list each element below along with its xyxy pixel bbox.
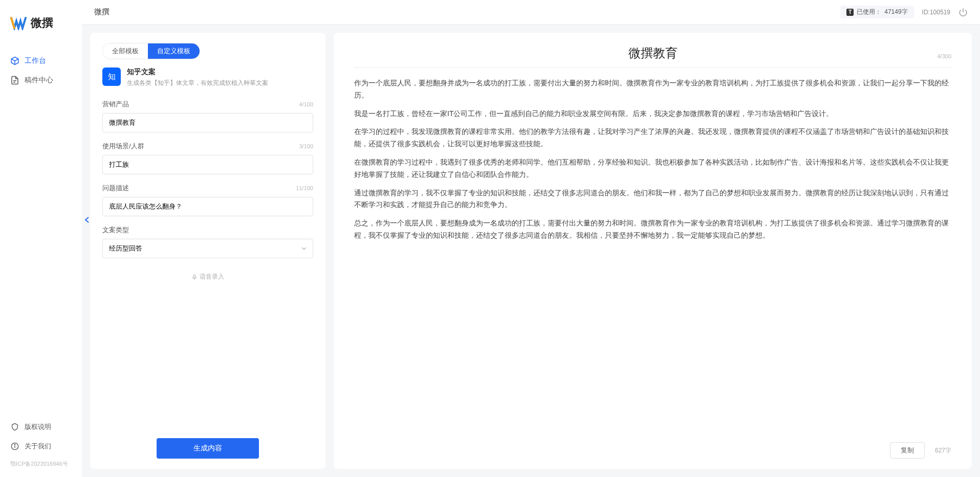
sidebar-nav: 工作台 稿件中心 xyxy=(0,41,82,412)
power-icon[interactable] xyxy=(959,8,968,17)
mic-icon xyxy=(191,274,198,280)
field-problem: 问题描述 11/100 xyxy=(102,184,313,216)
field-label: 使用场景/人群 xyxy=(102,142,144,151)
nav-item-about[interactable]: 关于我们 xyxy=(0,437,82,456)
result-panel: 微撰教育 4/300 作为一个底层人民，要想翻身并成为一名成功的打工族，需要付出… xyxy=(334,33,972,469)
nav-item-workbench[interactable]: 工作台 xyxy=(0,51,82,71)
result-title: 微撰教育 xyxy=(628,45,678,61)
field-counter: 3/100 xyxy=(299,143,313,149)
svg-point-2 xyxy=(14,444,15,445)
nav-item-drafts[interactable]: 稿件中心 xyxy=(0,71,82,90)
field-label: 问题描述 xyxy=(102,184,129,193)
sidebar: 微撰 工作台 稿件中心 版权说明 xyxy=(0,0,82,477)
svg-rect-4 xyxy=(194,275,195,278)
template-desc: 生成各类【知乎】体文章，有效完成软植入种草文案 xyxy=(127,79,268,87)
nav-item-copyright[interactable]: 版权说明 xyxy=(0,417,82,437)
generate-button[interactable]: 生成内容 xyxy=(157,438,259,459)
info-icon xyxy=(10,442,19,451)
copy-button[interactable]: 复制 xyxy=(890,442,925,459)
title-counter: 4/300 xyxy=(937,53,951,59)
content: 全部模板 自定义模板 知 知乎文案 生成各类【知乎】体文章，有效完成软植入种草文… xyxy=(82,25,980,477)
nav-label: 关于我们 xyxy=(25,442,51,451)
collapse-handle-icon[interactable] xyxy=(84,216,90,223)
text-icon: T xyxy=(846,9,854,16)
template-title: 知乎文案 xyxy=(127,67,268,77)
voice-input-link[interactable]: 语音录入 xyxy=(102,267,313,286)
page-title: 微撰 xyxy=(94,7,832,17)
field-counter: 4/100 xyxy=(299,101,313,107)
result-paragraph: 通过微撰教育的学习，我不仅掌握了专业的知识和技能，还结交了很多志同道合的朋友。他… xyxy=(354,187,951,212)
char-count: 627字 xyxy=(935,446,951,455)
field-product: 营销产品 4/100 xyxy=(102,100,313,132)
template-tabs: 全部模板 自定义模板 xyxy=(102,43,200,59)
icp-text: 鄂ICP备2022016946号 xyxy=(0,456,82,472)
product-input[interactable] xyxy=(102,113,313,132)
usage-badge: T 已使用： 47149字 xyxy=(840,6,913,18)
field-scene: 使用场景/人群 3/100 xyxy=(102,142,313,174)
result-paragraph: 我是一名打工族，曾经在一家IT公司工作，但一直感到自己的能力和职业发展空间有限。… xyxy=(354,108,951,120)
nav-label: 工作台 xyxy=(25,56,46,65)
usage-value: 47149字 xyxy=(884,8,907,16)
logo: 微撰 xyxy=(0,0,82,41)
field-label: 文案类型 xyxy=(102,225,129,235)
field-label: 营销产品 xyxy=(102,100,129,109)
logo-icon xyxy=(10,16,27,30)
template-card-header: 知 知乎文案 生成各类【知乎】体文章，有效完成软植入种草文案 xyxy=(102,67,313,87)
result-footer: 复制 627字 xyxy=(354,437,951,459)
shield-icon xyxy=(10,422,19,431)
form-panel: 全部模板 自定义模板 知 知乎文案 生成各类【知乎】体文章，有效完成软植入种草文… xyxy=(90,33,325,469)
result-paragraph: 作为一个底层人民，要想翻身并成为一名成功的打工族，需要付出大量的努力和时间。微撰… xyxy=(354,77,951,102)
field-counter: 11/100 xyxy=(296,185,313,191)
logo-text: 微撰 xyxy=(31,15,53,31)
type-select[interactable] xyxy=(102,239,313,258)
nav-label: 稿件中心 xyxy=(25,76,53,85)
main: 微撰 T 已使用： 47149字 ID:100519 全部模板 自定义模板 xyxy=(82,0,980,477)
tab-all-templates[interactable]: 全部模板 xyxy=(103,43,148,59)
result-body: 作为一个底层人民，要想翻身并成为一名成功的打工族，需要付出大量的努力和时间。微撰… xyxy=(354,77,951,437)
scene-input[interactable] xyxy=(102,155,313,174)
voice-label: 语音录入 xyxy=(200,272,224,281)
document-icon xyxy=(10,76,19,85)
result-paragraph: 总之，作为一个底层人民，要想翻身成为一名成功的打工族，需要付出大量的努力和时间。… xyxy=(354,217,951,242)
sidebar-footer: 版权说明 关于我们 鄂ICP备2022016946号 xyxy=(0,412,82,477)
cube-icon xyxy=(10,56,19,65)
tab-custom-templates[interactable]: 自定义模板 xyxy=(148,43,200,59)
usage-label: 已使用： xyxy=(857,8,881,16)
zhihu-icon: 知 xyxy=(102,67,121,86)
result-paragraph: 在学习的过程中，我发现微撰教育的课程非常实用。他们的教学方法很有趣，让我对学习产… xyxy=(354,126,951,150)
result-title-row: 微撰教育 4/300 xyxy=(354,45,951,68)
result-paragraph: 在微撰教育的学习过程中，我遇到了很多优秀的老师和同学。他们互相帮助，分享经验和知… xyxy=(354,156,951,181)
problem-input[interactable] xyxy=(102,197,313,216)
user-id: ID:100519 xyxy=(922,9,950,16)
field-type: 文案类型 xyxy=(102,225,313,258)
topbar: 微撰 T 已使用： 47149字 ID:100519 xyxy=(82,0,980,25)
nav-label: 版权说明 xyxy=(25,422,51,431)
